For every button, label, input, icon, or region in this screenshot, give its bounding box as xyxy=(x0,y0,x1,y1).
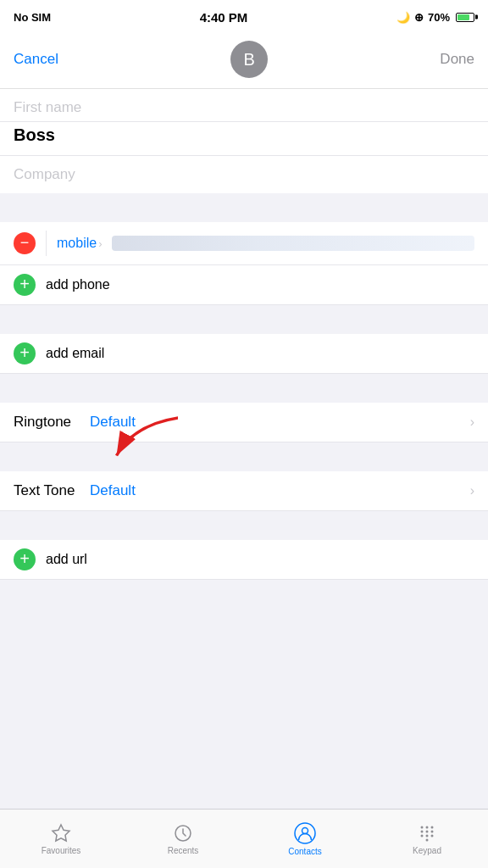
svg-point-7 xyxy=(421,830,424,832)
status-right: 🌙 ⊕ 70% xyxy=(396,11,474,24)
text-tone-value: Default xyxy=(90,482,470,499)
section-gap-2 xyxy=(0,305,488,334)
ringtone-section: Ringtone Default › xyxy=(0,403,488,442)
done-button[interactable]: Done xyxy=(440,51,474,68)
plus-icon-email: + xyxy=(19,344,30,361)
svg-point-6 xyxy=(431,826,434,828)
ringtone-chevron: › xyxy=(470,415,474,430)
section-gap-5 xyxy=(0,511,488,540)
keypad-icon xyxy=(417,823,437,843)
section-gap-3 xyxy=(0,374,488,403)
svg-point-12 xyxy=(431,834,434,837)
cancel-button[interactable]: Cancel xyxy=(14,51,58,68)
svg-point-9 xyxy=(431,830,434,832)
first-name-label: First name xyxy=(14,99,474,116)
avatar: B xyxy=(230,41,268,78)
svg-point-5 xyxy=(426,826,429,828)
svg-point-8 xyxy=(426,830,429,832)
svg-point-3 xyxy=(302,827,308,833)
svg-point-11 xyxy=(426,834,429,837)
add-url-row[interactable]: + add url xyxy=(0,540,488,580)
text-tone-row[interactable]: Text Tone Default › xyxy=(0,471,488,511)
ringtone-label: Ringtone xyxy=(14,414,90,431)
tab-favourites[interactable]: Favourites xyxy=(0,810,122,868)
tab-keypad-label: Keypad xyxy=(413,846,441,855)
ringtone-section-wrapper: Ringtone Default › xyxy=(0,403,488,442)
add-phone-row[interactable]: + add phone xyxy=(0,265,488,305)
wifi-icon: ⊕ xyxy=(414,11,424,24)
phone-type-chevron: › xyxy=(98,237,102,250)
phone-number-blurred[interactable] xyxy=(112,236,474,251)
battery-percent: 70% xyxy=(428,11,450,24)
first-name-field: First name xyxy=(0,89,488,122)
remove-phone-button[interactable]: − xyxy=(14,232,36,254)
time-label: 4:40 PM xyxy=(200,10,248,25)
svg-point-4 xyxy=(421,826,424,828)
phone-type-label[interactable]: mobile › xyxy=(57,236,102,251)
section-gap-1 xyxy=(0,193,488,222)
text-tone-section: Text Tone Default › xyxy=(0,471,488,511)
nav-bar: Cancel B Done xyxy=(0,34,488,89)
name-section: First name Boss xyxy=(0,89,488,193)
phone-section: − mobile › + add phone xyxy=(0,222,488,305)
email-section: + add email xyxy=(0,334,488,374)
recents-icon xyxy=(173,823,193,843)
phone-row: − mobile › xyxy=(0,222,488,265)
ringtone-row[interactable]: Ringtone Default › xyxy=(0,403,488,442)
bottom-spacer xyxy=(0,580,488,648)
tab-contacts[interactable]: Contacts xyxy=(244,810,366,868)
url-section: + add url xyxy=(0,540,488,580)
add-phone-button[interactable]: + xyxy=(14,274,36,296)
phone-divider xyxy=(46,231,47,256)
plus-icon: + xyxy=(19,275,30,292)
tab-recents[interactable]: Recents xyxy=(122,810,244,868)
tab-contacts-label: Contacts xyxy=(288,847,321,856)
text-tone-chevron: › xyxy=(470,483,474,498)
carrier-label: No SIM xyxy=(14,11,51,24)
text-tone-label: Text Tone xyxy=(14,482,90,499)
add-url-button[interactable]: + xyxy=(14,548,36,570)
tab-bar: Favourites Recents Contacts xyxy=(0,809,488,868)
tab-keypad[interactable]: Keypad xyxy=(366,810,488,868)
company-field[interactable] xyxy=(0,156,488,193)
contacts-icon xyxy=(294,822,316,844)
add-email-button[interactable]: + xyxy=(14,342,36,364)
tab-recents-label: Recents xyxy=(168,846,199,855)
add-phone-label: add phone xyxy=(46,277,110,292)
section-gap-4 xyxy=(0,442,488,471)
add-email-row[interactable]: + add email xyxy=(0,334,488,374)
add-url-label: add url xyxy=(46,552,87,567)
tab-favourites-label: Favourites xyxy=(42,846,81,855)
company-input[interactable] xyxy=(14,166,474,183)
ringtone-value: Default xyxy=(90,414,470,431)
moon-icon: 🌙 xyxy=(396,11,410,24)
favourites-icon xyxy=(51,823,71,843)
plus-icon-url: + xyxy=(19,550,30,567)
phone-type-text: mobile xyxy=(57,236,97,251)
status-bar: No SIM 4:40 PM 🌙 ⊕ 70% xyxy=(0,0,488,34)
svg-point-13 xyxy=(426,838,429,841)
last-name-value: Boss xyxy=(0,122,488,156)
svg-point-10 xyxy=(421,834,424,837)
add-email-label: add email xyxy=(46,346,104,361)
minus-icon: − xyxy=(20,235,30,250)
battery-icon xyxy=(456,13,474,22)
